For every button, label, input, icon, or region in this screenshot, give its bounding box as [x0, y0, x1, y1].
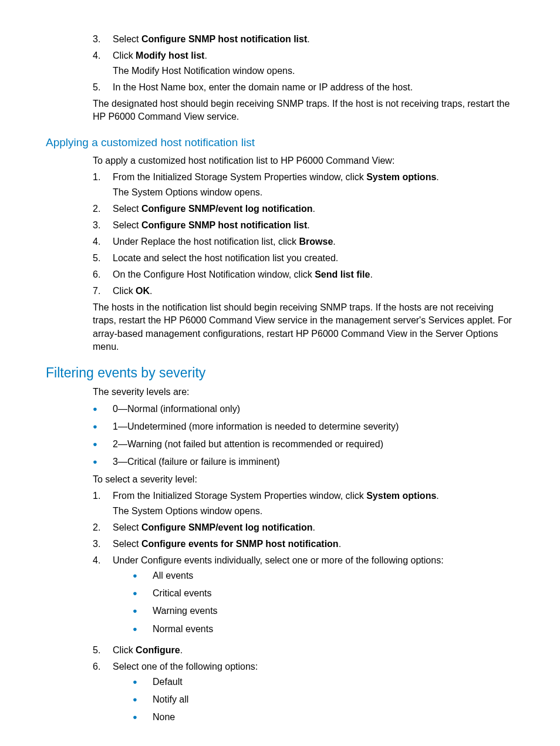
filtering-heading: Filtering events by severity	[46, 364, 514, 383]
bullet-icon: ●	[133, 676, 153, 688]
item-number: 5.	[93, 81, 113, 94]
bullet-item: ●0—Normal (informational only)	[93, 403, 514, 416]
bullet-item: ●3—Critical (failure or failure is immin…	[93, 455, 514, 468]
filtering-list: 1.From the Initialized Storage System Pr…	[93, 490, 514, 728]
applying-list: 1.From the Initialized Storage System Pr…	[93, 171, 514, 298]
list-item: 6.Select one of the following options: ●…	[93, 660, 514, 728]
bullet-icon: ●	[133, 693, 153, 706]
item-number: 3.	[93, 33, 113, 46]
bullet-item: ●Notify all	[133, 693, 514, 706]
item-number: 4.	[93, 49, 113, 77]
bullet-item: ●All events	[133, 569, 514, 582]
filtering-intro2: To select a severity level:	[93, 473, 514, 486]
list-item: 4.Under Configure events individually, s…	[93, 554, 514, 640]
bullet-icon: ●	[133, 711, 153, 724]
top-section: 3.Select Configure SNMP host notificatio…	[46, 33, 514, 123]
bullet-item: ●1—Undetermined (more information is nee…	[93, 420, 514, 433]
list-item: 2.Select Configure SNMP/event log notifi…	[93, 521, 514, 534]
bullet-icon: ●	[93, 420, 113, 433]
item-content: Select Configure SNMP host notification …	[113, 33, 514, 46]
filtering-section: The severity levels are: ●0—Normal (info…	[46, 386, 514, 728]
bullet-item: ●Warning events	[133, 605, 514, 617]
list-item: 3.Select Configure SNMP host notificatio…	[93, 219, 514, 232]
list-item: 5.Locate and select the host notificatio…	[93, 252, 514, 265]
list-item: 4.Click Modify host list.The Modify Host…	[93, 49, 514, 77]
bullet-item: ●Default	[133, 676, 514, 688]
bullet-item: ●Critical events	[133, 587, 514, 600]
item-content: Click Modify host list.The Modify Host N…	[113, 49, 514, 77]
list-item: 4.Under Replace the host notification li…	[93, 235, 514, 248]
list-item: 1.From the Initialized Storage System Pr…	[93, 490, 514, 518]
bullet-icon: ●	[133, 605, 153, 617]
list-item: 5.In the Host Name box, enter the domain…	[93, 81, 514, 94]
bullet-icon: ●	[133, 623, 153, 636]
list-item: 6.On the Configure Host Notification win…	[93, 268, 514, 281]
top-paragraph: The designated host should begin receivi…	[93, 97, 514, 123]
bullet-item: ●None	[133, 711, 514, 724]
event-options: ●All events ●Critical events ●Warning ev…	[133, 569, 514, 635]
bullet-item: ●Normal events	[133, 623, 514, 636]
bullet-icon: ●	[133, 569, 153, 582]
item-content: In the Host Name box, enter the domain n…	[113, 81, 514, 94]
list-item: 5.Click Configure.	[93, 644, 514, 657]
bullet-icon: ●	[93, 438, 113, 451]
severity-levels: ●0—Normal (informational only) ●1—Undete…	[93, 403, 514, 468]
applying-section: To apply a customized host notification …	[46, 154, 514, 353]
bullet-icon: ●	[133, 587, 153, 600]
list-item: 2.Select Configure SNMP/event log notifi…	[93, 202, 514, 215]
list-item: 3.Select Configure events for SNMP host …	[93, 538, 514, 551]
top-list: 3.Select Configure SNMP host notificatio…	[93, 33, 514, 94]
list-item: 1.From the Initialized Storage System Pr…	[93, 171, 514, 199]
list-item: 7.Click OK.	[93, 285, 514, 298]
applying-intro: To apply a customized host notification …	[93, 154, 514, 167]
select-options: ●Default ●Notify all ●None	[133, 676, 514, 724]
applying-paragraph: The hosts in the notification list shoul…	[93, 301, 514, 353]
bullet-item: ●2—Warning (not failed but attention is …	[93, 438, 514, 451]
list-item: 3.Select Configure SNMP host notificatio…	[93, 33, 514, 46]
applying-heading: Applying a customized host notification …	[46, 135, 514, 150]
item-follow: The Modify Host Notification window open…	[113, 65, 514, 77]
bullet-icon: ●	[93, 403, 113, 416]
bullet-icon: ●	[93, 455, 113, 468]
filtering-intro1: The severity levels are:	[93, 386, 514, 399]
